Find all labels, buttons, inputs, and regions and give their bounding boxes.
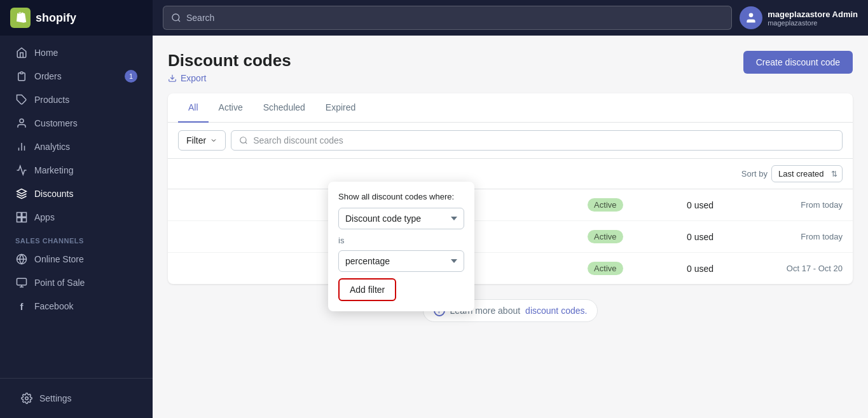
sidebar-item-apps[interactable]: Apps bbox=[5, 206, 148, 229]
discount-status-3: Active bbox=[558, 262, 652, 275]
tab-active[interactable]: Active bbox=[209, 93, 253, 123]
discount-codes-link[interactable]: discount codes. bbox=[525, 306, 587, 316]
sales-channels-title: SALES CHANNELS bbox=[0, 229, 153, 247]
status-badge-3: Active bbox=[588, 262, 623, 275]
discount-type-select[interactable]: Discount code type bbox=[338, 208, 464, 229]
sidebar-footer: Settings bbox=[0, 378, 153, 418]
svg-rect-7 bbox=[22, 213, 27, 217]
sidebar-item-orders[interactable]: Orders 1 bbox=[5, 65, 148, 88]
filter-dropdown: Show all discount codes where: Discount … bbox=[328, 182, 474, 311]
sidebar-item-orders-label: Orders bbox=[34, 71, 62, 81]
discount-date-1: From today bbox=[748, 200, 843, 210]
svg-point-18 bbox=[749, 13, 754, 18]
sidebar-item-apps-label: Apps bbox=[34, 212, 55, 222]
sort-wrap: Last created bbox=[771, 165, 843, 182]
apps-icon bbox=[15, 211, 28, 224]
svg-rect-12 bbox=[17, 278, 27, 285]
sidebar-item-discounts-label: Discounts bbox=[34, 189, 73, 199]
pos-icon bbox=[15, 276, 28, 289]
home-icon bbox=[15, 46, 28, 59]
online-store-icon bbox=[15, 253, 28, 266]
sort-select[interactable]: Last created bbox=[771, 165, 843, 182]
sidebar-item-pos-label: Point of Sale bbox=[34, 278, 85, 288]
search-discount-wrap[interactable] bbox=[231, 130, 843, 151]
svg-line-17 bbox=[178, 20, 180, 22]
filter-chevron-icon bbox=[210, 137, 217, 144]
sidebar-settings-label: Settings bbox=[39, 393, 72, 403]
products-icon bbox=[15, 93, 28, 106]
export-button[interactable]: Export bbox=[168, 73, 206, 83]
sidebar-item-point-of-sale[interactable]: Point of Sale bbox=[5, 271, 148, 294]
sidebar-item-facebook[interactable]: f Facebook bbox=[5, 295, 148, 318]
topbar: mageplazastore Admin mageplazastore bbox=[153, 0, 868, 36]
search-input[interactable] bbox=[186, 6, 724, 29]
tab-scheduled[interactable]: Scheduled bbox=[253, 93, 315, 123]
sidebar-logo[interactable]: shopify bbox=[0, 0, 153, 36]
sidebar-item-analytics-label: Analytics bbox=[34, 142, 70, 152]
discount-used-3: 0 used bbox=[652, 264, 747, 274]
search-discount-icon bbox=[239, 136, 248, 145]
table-row: 5% off entire order Active 0 used Oct 17… bbox=[168, 253, 853, 284]
svg-line-21 bbox=[245, 142, 247, 144]
orders-badge: 1 bbox=[125, 70, 137, 83]
table-row: Active 0 used From today bbox=[168, 189, 853, 221]
add-filter-button[interactable]: Add filter bbox=[338, 278, 396, 301]
svg-point-20 bbox=[240, 137, 246, 143]
svg-rect-0 bbox=[20, 72, 24, 74]
filter-dropdown-title: Show all discount codes where: bbox=[338, 192, 464, 201]
svg-point-15 bbox=[25, 397, 29, 400]
main-content: mageplazastore Admin mageplazastore Disc… bbox=[153, 0, 868, 418]
discount-date-2: From today bbox=[748, 232, 843, 241]
filter-is-label: is bbox=[338, 236, 464, 245]
user-name: mageplazastore Admin bbox=[768, 10, 858, 19]
tab-expired[interactable]: Expired bbox=[315, 93, 366, 123]
svg-rect-8 bbox=[17, 218, 22, 222]
shopify-logo-icon bbox=[10, 8, 31, 28]
filter-button[interactable]: Filter bbox=[178, 130, 226, 151]
create-discount-button[interactable]: Create discount code bbox=[743, 51, 853, 74]
status-badge-1: Active bbox=[588, 198, 623, 212]
marketing-icon bbox=[15, 164, 28, 177]
search-bar[interactable] bbox=[163, 6, 732, 30]
learn-more: ? Learn more about discount codes. bbox=[168, 284, 853, 337]
page-header: Discount codes Export Create discount co… bbox=[168, 51, 853, 83]
svg-point-2 bbox=[20, 119, 24, 123]
svg-rect-6 bbox=[17, 213, 22, 217]
sidebar-item-home-label: Home bbox=[34, 48, 58, 58]
sidebar-item-analytics[interactable]: Analytics bbox=[5, 135, 148, 158]
sidebar-item-discounts[interactable]: Discounts bbox=[5, 182, 148, 205]
sidebar-item-products[interactable]: Products bbox=[5, 88, 148, 111]
sidebar: shopify Home Orders 1 Products Custo bbox=[0, 0, 153, 418]
svg-rect-9 bbox=[22, 218, 27, 222]
tab-all[interactable]: All bbox=[178, 93, 209, 123]
table-header: Sort by Last created bbox=[168, 159, 853, 189]
sidebar-item-customers-label: Customers bbox=[34, 118, 78, 128]
discount-used-2: 0 used bbox=[652, 232, 747, 242]
tabs-bar: All Active Scheduled Expired bbox=[168, 93, 853, 123]
user-menu[interactable]: mageplazastore Admin mageplazastore bbox=[740, 6, 858, 29]
discount-value-select[interactable]: percentage bbox=[338, 250, 464, 272]
status-badge-2: Active bbox=[588, 230, 623, 243]
sidebar-item-products-label: Products bbox=[34, 95, 69, 105]
sidebar-navigation: Home Orders 1 Products Customers Analy bbox=[0, 36, 153, 378]
facebook-icon: f bbox=[15, 300, 28, 313]
search-discount-input[interactable] bbox=[253, 135, 834, 145]
sort-label: Sort by bbox=[741, 169, 768, 179]
discount-status-2: Active bbox=[558, 230, 652, 243]
export-icon bbox=[168, 74, 177, 83]
sidebar-item-settings[interactable]: Settings bbox=[10, 387, 142, 410]
user-info: mageplazastore Admin mageplazastore bbox=[768, 10, 858, 27]
sidebar-item-customers[interactable]: Customers bbox=[5, 112, 148, 135]
sidebar-item-marketing-label: Marketing bbox=[34, 165, 73, 175]
page-title: Discount codes bbox=[168, 51, 291, 71]
shopify-logo-text: shopify bbox=[36, 11, 76, 25]
sidebar-item-marketing[interactable]: Marketing bbox=[5, 159, 148, 182]
settings-icon bbox=[20, 392, 33, 405]
sidebar-item-online-store[interactable]: Online Store bbox=[5, 248, 148, 271]
page-title-section: Discount codes Export bbox=[168, 51, 291, 83]
sidebar-item-home[interactable]: Home bbox=[5, 41, 148, 64]
discount-used-1: 0 used bbox=[652, 200, 747, 210]
sidebar-item-online-store-label: Online Store bbox=[34, 254, 84, 264]
svg-point-16 bbox=[172, 14, 179, 21]
analytics-icon bbox=[15, 140, 28, 153]
